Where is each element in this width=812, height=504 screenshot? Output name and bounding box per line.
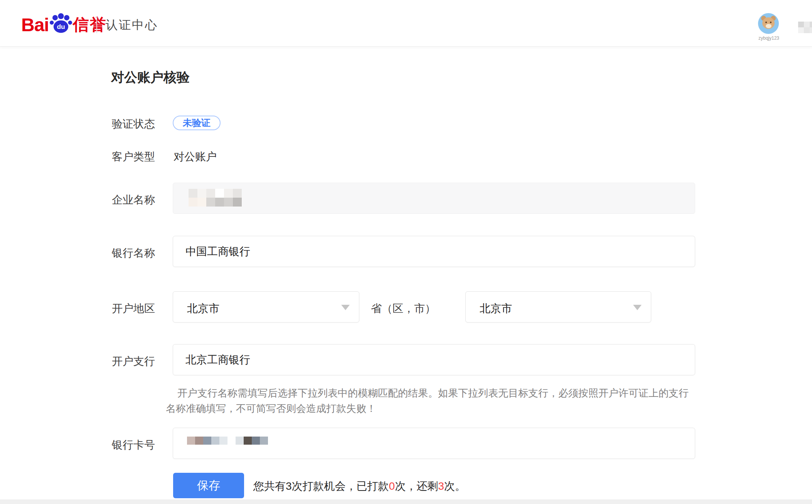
footer-strip xyxy=(0,499,812,504)
province-dropdown[interactable]: 北京市 xyxy=(173,291,359,323)
label-card-number: 银行卡号 xyxy=(112,438,155,452)
note-remaining-count: 3 xyxy=(438,480,444,492)
city-dropdown[interactable]: 北京市 xyxy=(465,291,651,323)
branch-field xyxy=(173,344,695,375)
status-badge-unverified: 未验证 xyxy=(173,116,221,130)
baidu-xinyu-logo[interactable]: Bai du 信誉 xyxy=(21,13,107,36)
redacted-block xyxy=(227,437,236,445)
logo-text-xinyu: 信誉 xyxy=(73,14,107,35)
username-label: zybqjy123 xyxy=(750,35,788,41)
paw-icon: du xyxy=(50,13,72,34)
redacted-block xyxy=(233,198,242,207)
redacted-block xyxy=(236,437,244,445)
redacted-block xyxy=(197,189,206,198)
svg-text:du: du xyxy=(57,23,65,31)
redacted-block xyxy=(189,198,197,207)
redacted-block xyxy=(804,27,810,33)
redacted-block xyxy=(252,437,260,445)
chevron-down-icon xyxy=(633,305,642,310)
redacted-block xyxy=(189,189,197,198)
redacted-block xyxy=(224,198,233,207)
label-branch: 开户支行 xyxy=(112,354,155,369)
note-used-count: 0 xyxy=(389,480,395,492)
save-button[interactable]: 保存 xyxy=(173,473,244,498)
redacted-block xyxy=(215,198,224,207)
redacted-block xyxy=(244,437,252,445)
redacted-block xyxy=(798,27,804,33)
note-part3: 次。 xyxy=(444,480,466,492)
redacted-account-name xyxy=(798,22,812,33)
redacted-block xyxy=(810,27,812,33)
redacted-block xyxy=(195,437,203,445)
avatar-bear-eye xyxy=(765,22,767,23)
redacted-block xyxy=(233,189,242,198)
card-number-field[interactable] xyxy=(173,428,695,459)
label-bank-name: 银行名称 xyxy=(112,246,155,260)
header-divider xyxy=(96,16,97,33)
redacted-block xyxy=(798,22,804,27)
note-part2: 次，还剩 xyxy=(395,480,438,492)
branch-input[interactable] xyxy=(173,344,695,375)
redacted-block xyxy=(197,198,206,207)
province-dropdown-value: 北京市 xyxy=(187,301,219,316)
redacted-card-number xyxy=(187,437,268,445)
branch-hint-text: 开户支行名称需填写后选择下拉列表中的模糊匹配的结果。如果下拉列表无目标支行，必须… xyxy=(166,385,697,416)
redacted-block xyxy=(206,189,215,198)
redacted-block xyxy=(804,22,810,27)
redacted-block xyxy=(224,189,233,198)
redacted-company-name xyxy=(189,189,242,207)
redacted-block xyxy=(215,189,224,198)
chevron-down-icon xyxy=(341,305,350,310)
value-customer-type: 对公账户 xyxy=(174,150,217,164)
avatar-bear-eye xyxy=(770,22,772,23)
redacted-block xyxy=(810,22,812,27)
label-region: 开户地区 xyxy=(112,301,155,316)
redacted-block xyxy=(219,437,227,445)
page-title: 对公账户核验 xyxy=(111,69,190,86)
label-company-name: 企业名称 xyxy=(112,193,155,207)
page-root: Bai du 信誉 认证中心 zybqjy123 xyxy=(0,0,812,504)
avatar[interactable] xyxy=(758,13,779,34)
label-customer-type: 客户类型 xyxy=(112,150,155,164)
region-suffix-label: 省（区，市） xyxy=(371,301,436,316)
header-title: 认证中心 xyxy=(106,17,158,33)
payment-attempts-note: 您共有3次打款机会，已打款0次，还剩3次。 xyxy=(253,479,466,494)
redacted-block xyxy=(203,437,211,445)
logo-text-bai: Bai xyxy=(21,14,49,35)
avatar-bear-muzzle xyxy=(766,24,772,28)
redacted-block xyxy=(260,437,268,445)
redacted-block xyxy=(187,437,195,445)
redacted-block xyxy=(211,437,219,445)
note-part1: 您共有3次打款机会，已打款 xyxy=(253,480,389,492)
app-header: Bai du 信誉 认证中心 zybqjy123 xyxy=(0,0,812,47)
city-dropdown-value: 北京市 xyxy=(480,301,512,316)
company-name-field xyxy=(173,183,695,214)
label-verify-status: 验证状态 xyxy=(112,117,155,131)
redacted-block xyxy=(206,198,215,207)
bank-name-input[interactable] xyxy=(173,236,695,267)
bank-name-field xyxy=(173,236,695,267)
